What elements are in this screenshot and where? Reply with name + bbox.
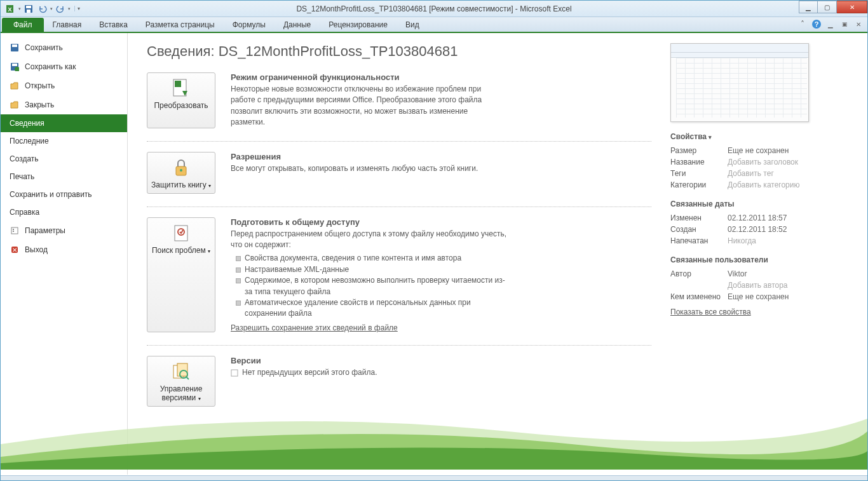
tab-data[interactable]: Данные bbox=[275, 18, 320, 32]
sidebar-open[interactable]: Открыть bbox=[1, 76, 127, 95]
redo-icon[interactable] bbox=[54, 3, 67, 15]
sidebar-exit[interactable]: ✕Выход bbox=[1, 240, 127, 259]
sidebar-item-label: Печать bbox=[10, 172, 34, 181]
property-label: Теги bbox=[670, 169, 728, 178]
tab-view[interactable]: Вид bbox=[397, 18, 428, 32]
undo-icon[interactable] bbox=[36, 3, 49, 15]
tab-review[interactable]: Рецензирование bbox=[320, 18, 397, 32]
property-row: РазмерЕще не сохранен bbox=[670, 145, 848, 156]
property-value[interactable]: Добавить автора bbox=[728, 281, 788, 290]
dropdown-icon[interactable]: ▾ bbox=[18, 6, 21, 11]
property-row: Изменен02.12.2011 18:57 bbox=[670, 212, 848, 224]
excel-icon[interactable]: X bbox=[4, 3, 17, 15]
property-value: Viktor bbox=[728, 269, 747, 278]
property-value[interactable]: Добавить категорию bbox=[728, 180, 800, 189]
backstage-view: Сохранить Сохранить как Открыть Закрыть … bbox=[1, 33, 867, 475]
allow-save-link[interactable]: Разрешить сохранение этих сведений в фай… bbox=[231, 323, 398, 332]
show-all-properties-link[interactable]: Показать все свойства bbox=[670, 308, 751, 316]
window-close-icon[interactable]: ✕ bbox=[853, 19, 864, 29]
ribbon: Файл Главная Вставка Разметка страницы Ф… bbox=[1, 17, 867, 33]
sidebar-new[interactable]: Создать bbox=[1, 150, 127, 168]
property-value[interactable]: Никогда bbox=[728, 236, 756, 245]
property-value[interactable]: Добавить заголовок bbox=[728, 158, 798, 166]
window-restore-icon[interactable]: ▣ bbox=[839, 19, 850, 29]
tab-home[interactable]: Главная bbox=[44, 18, 91, 32]
property-value: 02.12.2011 18:52 bbox=[728, 225, 787, 234]
minimize-ribbon-icon[interactable]: ˄ bbox=[797, 19, 808, 29]
section-protect: Защитить книгу ▾ Разрешения Все могут от… bbox=[147, 152, 651, 207]
button-label: Преобразовать bbox=[154, 101, 208, 110]
maximize-button[interactable]: ▢ bbox=[818, 1, 837, 13]
list-item: Автоматическое удаление свойств и персон… bbox=[231, 297, 510, 320]
property-label: Название bbox=[670, 158, 728, 166]
window-title: DS_12MonthProfitLoss_TP103804681 [Режим … bbox=[296, 4, 571, 13]
protect-button[interactable]: Защитить книгу ▾ bbox=[147, 152, 215, 194]
tab-layout[interactable]: Разметка страницы bbox=[137, 18, 224, 32]
svg-text:?: ? bbox=[815, 20, 819, 28]
property-label: Изменен bbox=[670, 213, 728, 222]
saveas-icon bbox=[10, 62, 20, 72]
sidebar-item-label: Сохранить bbox=[25, 43, 63, 52]
button-label: Управление версиями ▾ bbox=[150, 384, 212, 402]
property-value: Еще не сохранен bbox=[728, 292, 789, 301]
minimize-button[interactable]: ▁ bbox=[799, 1, 818, 13]
svg-rect-12 bbox=[11, 227, 18, 234]
window-controls: ▁ ▢ ✕ bbox=[799, 1, 867, 13]
svg-point-20 bbox=[180, 169, 182, 172]
backstage-sidebar: Сохранить Сохранить как Открыть Закрыть … bbox=[1, 33, 128, 475]
svg-rect-18 bbox=[175, 81, 181, 87]
property-row: Добавить автора bbox=[670, 280, 848, 291]
dropdown-icon[interactable]: ▾ bbox=[68, 6, 71, 11]
svg-text:✕: ✕ bbox=[12, 247, 17, 254]
tab-file[interactable]: Файл bbox=[2, 18, 44, 32]
list-item: Свойства документа, сведения о типе конт… bbox=[231, 253, 510, 264]
window-min-icon[interactable]: ▁ bbox=[825, 19, 836, 29]
properties-header[interactable]: Свойства bbox=[670, 132, 848, 141]
svg-rect-26 bbox=[231, 370, 238, 376]
backstage-main: Сведения: DS_12MonthProfitLoss_TP1038046… bbox=[128, 33, 867, 475]
sidebar-info[interactable]: Сведения bbox=[1, 114, 127, 132]
tab-formulas[interactable]: Формулы bbox=[224, 18, 275, 32]
status-bar bbox=[1, 475, 867, 480]
tab-insert[interactable]: Вставка bbox=[90, 18, 137, 32]
svg-rect-8 bbox=[12, 44, 17, 47]
sidebar-save[interactable]: Сохранить bbox=[1, 38, 127, 57]
convert-icon bbox=[171, 78, 191, 98]
section-heading: Версии bbox=[231, 356, 377, 365]
property-value[interactable]: Добавить тег bbox=[728, 169, 774, 178]
property-row: НазваниеДобавить заголовок bbox=[670, 156, 848, 168]
options-icon bbox=[10, 226, 20, 236]
convert-button[interactable]: Преобразовать bbox=[147, 72, 215, 128]
page-title: Сведения: DS_12MonthProfitLoss_TP1038046… bbox=[147, 43, 651, 60]
section-text: Все могут открывать, копировать и изменя… bbox=[231, 163, 478, 174]
check-list: Свойства документа, сведения о типе конт… bbox=[231, 253, 510, 319]
save-icon[interactable] bbox=[22, 3, 35, 15]
sidebar-recent[interactable]: Последние bbox=[1, 132, 127, 150]
property-label: Автор bbox=[670, 269, 728, 278]
sidebar-item-label: Параметры bbox=[25, 226, 65, 235]
document-thumbnail[interactable] bbox=[670, 43, 809, 122]
help-icon[interactable]: ? bbox=[811, 19, 822, 29]
property-value: 02.12.2011 18:57 bbox=[728, 213, 787, 222]
property-value: Еще не сохранен bbox=[728, 146, 789, 155]
sidebar-saveas[interactable]: Сохранить как bbox=[1, 57, 127, 76]
sidebar-send[interactable]: Сохранить и отправить bbox=[1, 186, 127, 203]
sidebar-print[interactable]: Печать bbox=[1, 168, 127, 186]
exit-icon: ✕ bbox=[10, 245, 20, 255]
property-row: ТегиДобавить тег bbox=[670, 168, 848, 179]
property-label bbox=[670, 281, 728, 290]
sidebar-item-label: Закрыть bbox=[25, 100, 54, 109]
sidebar-item-label: Создать bbox=[10, 154, 39, 163]
sidebar-item-label: Последние bbox=[10, 137, 49, 146]
section-heading: Режим ограниченной функциональности bbox=[231, 72, 498, 82]
sidebar-options[interactable]: Параметры bbox=[1, 221, 127, 240]
svg-rect-3 bbox=[26, 6, 31, 8]
check-button[interactable]: Поиск проблем ▾ bbox=[147, 217, 215, 332]
qat-customize-icon[interactable]: ▾ bbox=[74, 6, 83, 11]
sidebar-close[interactable]: Закрыть bbox=[1, 95, 127, 114]
dropdown-icon[interactable]: ▾ bbox=[50, 6, 53, 11]
sidebar-help[interactable]: Справка bbox=[1, 203, 127, 221]
close-button[interactable]: ✕ bbox=[837, 1, 867, 13]
versions-button[interactable]: Управление версиями ▾ bbox=[147, 356, 215, 407]
versions-icon bbox=[171, 362, 191, 382]
